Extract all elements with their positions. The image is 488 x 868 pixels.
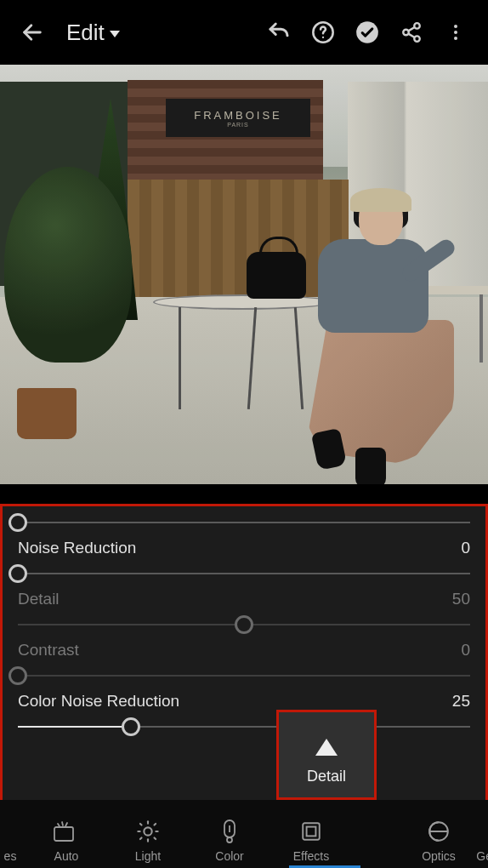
svg-line-20 (154, 824, 156, 825)
active-tab-label: Detail (307, 768, 346, 785)
nav-label: Light (135, 849, 161, 863)
svg-line-18 (140, 824, 142, 825)
svg-line-19 (154, 837, 156, 839)
slider-color-noise-reduction: Color Noise Reduction 25 (18, 692, 470, 740)
share-icon[interactable] (393, 14, 430, 51)
svg-line-21 (140, 837, 142, 839)
effects-icon (300, 819, 322, 844)
slider-value: 25 (452, 692, 470, 711)
photo-preview[interactable]: FRAMBOISE PARIS (0, 65, 488, 484)
edit-label: Edit (66, 20, 105, 46)
top-bar: Edit (0, 0, 488, 65)
svg-rect-26 (307, 827, 316, 837)
detail-panel: Noise Reduction 0 Detail 50 Contrast 0 C… (0, 504, 488, 800)
slider-detail: Detail 50 (18, 590, 470, 637)
sign-subtext: PARIS (227, 122, 249, 128)
checkmark-icon[interactable] (349, 14, 386, 51)
svg-point-6 (414, 36, 420, 42)
nav-label: es (4, 849, 17, 863)
auto-icon (54, 819, 79, 844)
slider-label: Contrast (18, 641, 79, 660)
light-icon (136, 819, 160, 844)
svg-line-8 (408, 34, 414, 37)
sign-text: FRAMBOISE (194, 109, 282, 122)
undo-icon[interactable] (260, 14, 298, 51)
slider-value: 0 (461, 539, 470, 557)
nav-item-geometry[interactable]: Geometry (473, 805, 488, 863)
svg-point-11 (454, 37, 457, 40)
svg-point-13 (144, 827, 151, 835)
slider-track[interactable] (18, 714, 470, 740)
slider-value: 0 (461, 641, 470, 660)
svg-point-4 (414, 23, 420, 29)
nav-label: Detail (377, 849, 408, 863)
nav-item-auto[interactable]: Auto (26, 805, 107, 863)
slider-label: Color Noise Reduction (18, 692, 179, 711)
back-icon[interactable] (14, 14, 51, 51)
slider-noise-reduction: Noise Reduction 0 (18, 539, 470, 586)
nav-label: Color (215, 849, 243, 863)
svg-rect-25 (303, 823, 320, 840)
edit-dropdown[interactable]: Edit (58, 20, 128, 46)
active-tab-indicator[interactable]: Detail (276, 710, 377, 800)
slider-row (18, 510, 470, 535)
svg-point-9 (454, 25, 457, 28)
nav-item-light[interactable]: Light (107, 805, 189, 863)
nav-item-color[interactable]: Color (189, 805, 270, 863)
color-icon (221, 819, 238, 844)
svg-rect-12 (54, 827, 73, 841)
nav-label: Geometry (476, 849, 488, 863)
slider-track[interactable] (18, 663, 470, 688)
nav-item-effects[interactable]: Effects (270, 805, 352, 863)
arrow-up-icon (315, 739, 338, 756)
slider-label: Noise Reduction (18, 539, 136, 557)
slider-track[interactable] (18, 561, 470, 586)
slider-label: Detail (18, 590, 60, 608)
bottom-nav: es Auto Light Color Effects Detail Optic… (0, 800, 488, 868)
svg-point-23 (227, 837, 232, 842)
storefront-sign: FRAMBOISE PARIS (166, 99, 310, 137)
nav-label: Effects (293, 849, 330, 863)
slider-track[interactable] (18, 510, 470, 535)
nav-label: Auto (54, 849, 79, 863)
svg-line-7 (408, 27, 414, 31)
svg-point-10 (454, 31, 457, 34)
svg-point-2 (322, 37, 324, 38)
nav-item-profiles[interactable]: es (0, 805, 26, 863)
slider-value: 50 (452, 590, 470, 608)
slider-track[interactable] (18, 612, 470, 637)
more-icon[interactable] (437, 14, 474, 51)
svg-point-5 (403, 30, 409, 36)
slider-contrast: Contrast 0 (18, 641, 470, 688)
chevron-down-icon (110, 31, 120, 37)
help-icon[interactable] (304, 14, 342, 51)
